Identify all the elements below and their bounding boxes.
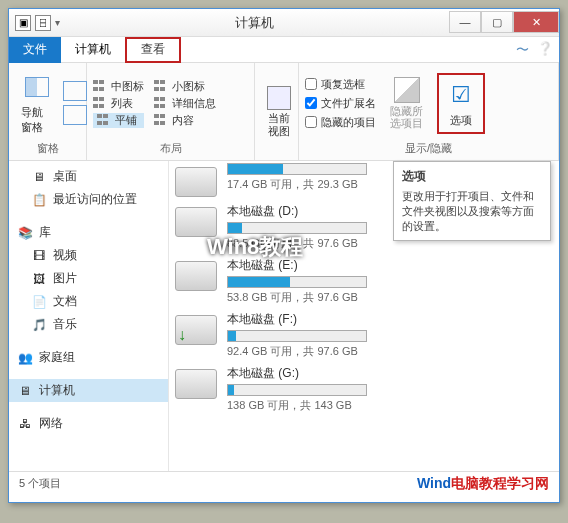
drive-icon bbox=[175, 207, 217, 237]
tab-computer[interactable]: 计算机 bbox=[61, 37, 125, 63]
ribbon-collapse-icon[interactable]: 〜 bbox=[516, 41, 529, 59]
titlebar: ▣ ⌸ ▾ 计算机 — ▢ ✕ bbox=[9, 9, 559, 37]
drive-item[interactable]: 本地磁盘 (E:) 53.8 GB 可用，共 97.6 GB bbox=[175, 257, 553, 305]
network-icon: 🖧 bbox=[17, 416, 33, 432]
videos-icon: 🎞 bbox=[31, 248, 47, 264]
layout-details[interactable]: 详细信息 bbox=[154, 96, 216, 111]
drive-item[interactable]: 本地磁盘 (F:) 92.4 GB 可用，共 97.6 GB bbox=[175, 311, 553, 359]
current-view-label: 当前 视图 bbox=[268, 112, 290, 136]
options-label: 选项 bbox=[450, 113, 472, 128]
desktop-icon: 🖥 bbox=[31, 169, 47, 185]
ribbon: 导航窗格 窗格 中图标 小图标 列表 详细信息 平铺 内容 bbox=[9, 63, 559, 161]
options-icon: ☑ bbox=[445, 79, 477, 111]
properties-icon[interactable]: ⌸ bbox=[35, 15, 51, 31]
documents-icon: 📄 bbox=[31, 294, 47, 310]
details-pane-icon[interactable] bbox=[63, 105, 87, 125]
sidebar-item-recent[interactable]: 📋最近访问的位置 bbox=[9, 188, 168, 211]
libraries-icon: 📚 bbox=[17, 225, 33, 241]
pictures-icon: 🖼 bbox=[31, 271, 47, 287]
sidebar-item-desktop[interactable]: 🖥桌面 bbox=[9, 165, 168, 188]
maximize-button[interactable]: ▢ bbox=[481, 11, 513, 33]
explorer-window: ▣ ⌸ ▾ 计算机 — ▢ ✕ 文件 计算机 查看 〜 ❔ 导航窗格 bbox=[8, 8, 560, 503]
close-button[interactable]: ✕ bbox=[513, 11, 559, 33]
watermark: Wind电脑教程学习网 bbox=[417, 475, 549, 493]
qat: ▣ ⌸ ▾ bbox=[9, 15, 60, 31]
options-tooltip: 选项 更改用于打开项目、文件和文件夹视图以及搜索等方面的设置。 bbox=[393, 161, 551, 241]
window-controls: — ▢ ✕ bbox=[449, 12, 559, 33]
help-icon[interactable]: ❔ bbox=[537, 41, 553, 59]
tooltip-title: 选项 bbox=[402, 168, 542, 185]
status-item-count: 5 个项目 bbox=[19, 476, 61, 491]
window-title: 计算机 bbox=[60, 14, 449, 32]
statusbar: 5 个项目 Wind电脑教程学习网 bbox=[9, 471, 559, 495]
drive-item[interactable]: 本地磁盘 (G:) 138 GB 可用，共 143 GB bbox=[175, 365, 553, 413]
layout-list[interactable]: 列表 bbox=[93, 96, 144, 111]
sidebar-item-videos[interactable]: 🎞视频 bbox=[9, 244, 168, 267]
current-view-button[interactable]: 当前 视图 bbox=[261, 82, 297, 140]
drive-icon bbox=[175, 261, 217, 291]
check-file-extensions[interactable]: 文件扩展名 bbox=[305, 96, 376, 111]
ribbon-tabs: 文件 计算机 查看 〜 ❔ bbox=[9, 37, 559, 63]
nav-pane-label: 导航窗格 bbox=[21, 105, 53, 135]
drive-download-icon bbox=[175, 315, 217, 345]
nav-sidebar: 🖥桌面 📋最近访问的位置 📚库 🎞视频 🖼图片 📄文档 🎵音乐 👥家庭组 🖥计算… bbox=[9, 161, 169, 471]
hide-selected-button[interactable]: 隐藏所 选项目 bbox=[384, 73, 429, 133]
sidebar-item-documents[interactable]: 📄文档 bbox=[9, 290, 168, 313]
preview-pane-icon[interactable] bbox=[63, 81, 87, 101]
sidebar-item-homegroup[interactable]: 👥家庭组 bbox=[9, 346, 168, 369]
nav-pane-button[interactable]: 导航窗格 bbox=[15, 67, 59, 139]
minimize-button[interactable]: — bbox=[449, 11, 481, 33]
music-icon: 🎵 bbox=[31, 317, 47, 333]
group-panes-label: 窗格 bbox=[15, 139, 80, 156]
tab-file[interactable]: 文件 bbox=[9, 37, 61, 63]
folder-icon: ▣ bbox=[15, 15, 31, 31]
layout-small-icons[interactable]: 小图标 bbox=[154, 79, 216, 94]
group-showhide-label: 显示/隐藏 bbox=[305, 139, 552, 156]
tab-view[interactable]: 查看 bbox=[125, 37, 181, 63]
options-button[interactable]: ☑ 选项 bbox=[437, 73, 485, 134]
check-item-checkboxes[interactable]: 项复选框 bbox=[305, 77, 376, 92]
current-view-icon bbox=[267, 86, 291, 110]
layout-content[interactable]: 内容 bbox=[154, 113, 216, 128]
drive-icon bbox=[175, 167, 217, 197]
sidebar-item-music[interactable]: 🎵音乐 bbox=[9, 313, 168, 336]
nav-pane-icon bbox=[25, 77, 49, 97]
group-layout-label: 布局 bbox=[93, 139, 248, 156]
homegroup-icon: 👥 bbox=[17, 350, 33, 366]
layout-tiles[interactable]: 平铺 bbox=[93, 113, 144, 128]
recent-icon: 📋 bbox=[31, 192, 47, 208]
sidebar-item-computer[interactable]: 🖥计算机 bbox=[9, 379, 168, 402]
computer-icon: 🖥 bbox=[17, 383, 33, 399]
sidebar-item-pictures[interactable]: 🖼图片 bbox=[9, 267, 168, 290]
sidebar-item-libraries[interactable]: 📚库 bbox=[9, 221, 168, 244]
hide-selected-icon bbox=[394, 77, 420, 103]
check-hidden-items[interactable]: 隐藏的项目 bbox=[305, 115, 376, 130]
layout-medium-icons[interactable]: 中图标 bbox=[93, 79, 144, 94]
tooltip-body: 更改用于打开项目、文件和文件夹视图以及搜索等方面的设置。 bbox=[402, 189, 542, 234]
drive-icon bbox=[175, 369, 217, 399]
sidebar-item-network[interactable]: 🖧网络 bbox=[9, 412, 168, 435]
